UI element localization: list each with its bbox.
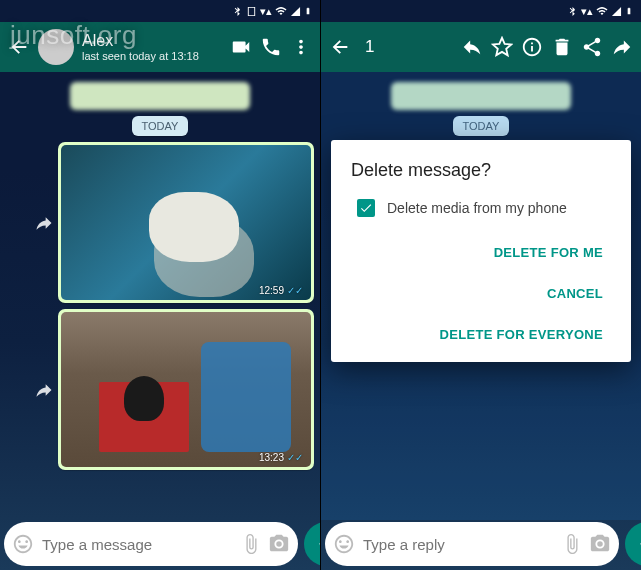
voice-call-button[interactable] <box>260 36 282 58</box>
chat-screen-normal: ▾▴ Alex last seen today at 13:18 TODAY <box>0 0 321 570</box>
delete-for-everyone-button[interactable]: DELETE FOR EVERYONE <box>432 317 611 352</box>
cancel-button[interactable]: CANCEL <box>539 276 611 311</box>
svg-point-0 <box>276 541 282 547</box>
forward-icon[interactable] <box>34 380 54 400</box>
delete-dialog: Delete message? Delete media from my pho… <box>331 140 631 362</box>
image-message-bubble[interactable]: 13:23✓✓ <box>58 309 314 470</box>
message-time: 12:59 <box>259 285 284 296</box>
status-bar: ▾▴ <box>321 0 641 22</box>
message-image-polar-bear[interactable]: 12:59✓✓ <box>61 145 311 300</box>
contact-avatar[interactable] <box>38 29 74 65</box>
info-button[interactable] <box>521 36 543 58</box>
message-input[interactable] <box>40 535 234 554</box>
date-separator: TODAY <box>453 116 510 136</box>
message-row: 13:23✓✓ <box>6 309 314 470</box>
emoji-button[interactable] <box>333 533 355 555</box>
chat-messages-area[interactable]: TODAY 12:59✓✓ 13:23✓✓ <box>0 72 320 520</box>
checkbox-label: Delete media from my phone <box>387 200 567 216</box>
checkbox-checked-icon[interactable] <box>357 199 375 217</box>
signal-icon: ▾▴ <box>260 5 272 18</box>
message-input-container[interactable] <box>4 522 298 566</box>
dialog-title: Delete message? <box>351 160 611 181</box>
chat-appbar: Alex last seen today at 13:18 <box>0 22 320 72</box>
attach-button[interactable] <box>240 533 262 555</box>
delete-for-me-button[interactable]: DELETE FOR ME <box>486 235 611 270</box>
date-separator: TODAY <box>132 116 189 136</box>
message-row: 12:59✓✓ <box>6 142 314 303</box>
image-message-bubble[interactable]: 12:59✓✓ <box>58 142 314 303</box>
cell-icon <box>611 6 622 17</box>
read-receipt-icon: ✓✓ <box>287 452 303 463</box>
cell-icon <box>290 6 301 17</box>
nfc-icon <box>246 6 257 17</box>
last-seen-status: last seen today at 13:18 <box>82 50 222 62</box>
status-bar: ▾▴ <box>0 0 320 22</box>
encryption-notice <box>391 82 571 110</box>
encryption-notice <box>70 82 250 110</box>
selection-appbar: 1 <box>321 22 641 72</box>
forward-icon[interactable] <box>34 213 54 233</box>
bluetooth-icon <box>567 6 578 17</box>
battery-icon <box>304 5 312 17</box>
contact-info[interactable]: Alex last seen today at 13:18 <box>82 32 222 62</box>
svg-point-1 <box>597 541 603 547</box>
mic-button[interactable] <box>304 522 321 566</box>
dialog-actions: DELETE FOR ME CANCEL DELETE FOR EVERYONE <box>351 235 611 352</box>
camera-button[interactable] <box>589 533 611 555</box>
attach-button[interactable] <box>561 533 583 555</box>
message-image-cat[interactable]: 13:23✓✓ <box>61 312 311 467</box>
message-input-bar <box>4 522 316 566</box>
message-input-bar <box>325 522 637 566</box>
back-button[interactable] <box>329 36 351 58</box>
reply-button[interactable] <box>461 36 483 58</box>
message-time: 13:23 <box>259 452 284 463</box>
message-meta: 13:23✓✓ <box>259 452 303 463</box>
mic-button[interactable] <box>625 522 641 566</box>
wifi-icon <box>596 5 608 17</box>
delete-media-checkbox-row[interactable]: Delete media from my phone <box>357 199 611 217</box>
selection-count: 1 <box>365 37 453 57</box>
message-input-container[interactable] <box>325 522 619 566</box>
more-options-button[interactable] <box>290 36 312 58</box>
read-receipt-icon: ✓✓ <box>287 285 303 296</box>
chat-screen-selection: ▾▴ 1 TODAY Delete message? Delete media … <box>321 0 641 570</box>
share-button[interactable] <box>581 36 603 58</box>
signal-icon: ▾▴ <box>581 5 593 18</box>
star-button[interactable] <box>491 36 513 58</box>
camera-button[interactable] <box>268 533 290 555</box>
contact-name: Alex <box>82 32 222 50</box>
video-call-button[interactable] <box>230 36 252 58</box>
bluetooth-icon <box>232 6 243 17</box>
battery-icon <box>625 5 633 17</box>
forward-button[interactable] <box>611 36 633 58</box>
wifi-icon <box>275 5 287 17</box>
delete-button[interactable] <box>551 36 573 58</box>
emoji-button[interactable] <box>12 533 34 555</box>
message-meta: 12:59✓✓ <box>259 285 303 296</box>
message-input[interactable] <box>361 535 555 554</box>
back-button[interactable] <box>8 36 30 58</box>
